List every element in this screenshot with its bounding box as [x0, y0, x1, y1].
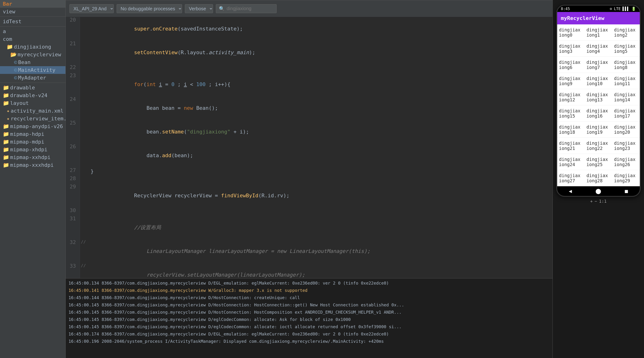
log-line-8: 16:45:00.196 2008-2046/system_process I/… — [68, 338, 551, 345]
code-line: } — [87, 167, 552, 176]
sidebar-item-mipmap-anydpi[interactable]: 📁mipmap-anydpi-v26 — [0, 122, 66, 130]
class-bean-2: Bean — [196, 105, 208, 111]
sidebar-item-activity-main-xml[interactable]: ✦activity_main.xml — [0, 107, 66, 115]
process-select[interactable]: No debuggable processes — [116, 4, 182, 13]
sidebar-item-layout[interactable]: 📁layout — [0, 99, 66, 107]
search-box[interactable]: 🔍 — [216, 4, 276, 13]
line-number: 21 — [66, 40, 80, 64]
sidebar-item-bean[interactable]: ©Bean — [0, 58, 66, 66]
folder-icon-drawable-v24: 📁 — [3, 92, 9, 98]
sidebar: Bar view idTest a com 📁dingjiaxiong 📂myr… — [0, 0, 66, 358]
sidebar-divider-3 — [0, 82, 66, 83]
sidebar-item-view[interactable]: view — [0, 8, 66, 16]
back-btn[interactable]: ◀ — [569, 188, 572, 194]
grid-item: dingjiax iong13 — [585, 89, 612, 105]
table-row: 23 for(int i = 0 ; i < 100 ; i++){ — [66, 72, 552, 96]
line-number: 30 — [66, 208, 80, 216]
home-btn[interactable]: ⬤ — [596, 188, 601, 194]
code-line — [87, 208, 552, 216]
line-number: 26 — [66, 144, 80, 167]
sidebar-item-drawable-v24[interactable]: 📁drawable-v24 — [0, 92, 66, 99]
sidebar-item-mipmap-mdpi[interactable]: 📁mipmap-mdpi — [0, 138, 66, 146]
sidebar-item-mipmap-xxhdpi[interactable]: 📁mipmap-xxhdpi — [0, 154, 66, 161]
sidebar-item-mipmap-xxxhdpi[interactable]: 📁mipmap-xxxhdpi — [0, 161, 66, 169]
line-number: 28 — [66, 176, 80, 184]
plus-icon[interactable]: + — [590, 199, 592, 204]
log-panel[interactable]: 16:45:00.134 8366-8397/com.dingjiaxiong.… — [66, 278, 552, 358]
grid-item: dingjiax iong11 — [612, 73, 640, 89]
grid-item: dingjiax iong8 — [612, 57, 640, 73]
grid-item: dingjiax iong18 — [557, 122, 585, 138]
line-gutter — [80, 40, 87, 64]
line-number: 24 — [66, 96, 80, 120]
phone-frame: 8:45 ⊙ LTE ▌▌▌ 🔋 myRecyclerView dingjiax… — [556, 5, 641, 197]
code-italic: activity_main — [208, 50, 249, 55]
grid-item: dingjiax iong1 — [585, 24, 612, 40]
grid-item: dingjiax iong27 — [557, 170, 585, 186]
sidebar-item-myadapter[interactable]: ©MyAdapter — [0, 74, 66, 82]
code-span: setContentView — [134, 50, 177, 55]
signal-label: LTE — [614, 6, 621, 11]
phone-nav-bar: ◀ ⬤ ■ — [557, 186, 640, 196]
method-setname: setName — [162, 129, 184, 135]
line-gutter — [80, 144, 87, 167]
grid-item: dingjiax iong0 — [557, 24, 585, 40]
sidebar-item-bar[interactable]: Bar — [0, 0, 66, 8]
kw-new: new — [184, 105, 193, 111]
class-bean: Bean — [146, 105, 159, 111]
search-icon: 🔍 — [219, 6, 225, 12]
sidebar-item-myrecyclerview[interactable]: 📂myrecyclerview — [0, 51, 66, 58]
code-line: bean.setName("dingjiaxiong" + i); — [87, 120, 552, 144]
grid-item: dingjiax iong24 — [557, 154, 585, 170]
java-icon-bean: © — [14, 59, 17, 65]
grid-item: dingjiax iong20 — [612, 122, 640, 138]
table-row: 25 bean.setName("dingjiaxiong" + i); — [66, 120, 552, 144]
sidebar-item-recyclerview-item-xml[interactable]: ✦recyclerview_item.xml — [0, 115, 66, 122]
folder-icon-drawable: 📁 — [3, 85, 9, 90]
scroll-controls: + − 1:1 — [590, 199, 606, 204]
line-number: 32 — [66, 239, 80, 263]
verbose-select[interactable]: Verbose — [185, 4, 213, 13]
code-line: Bean bean = new Bean(); — [87, 96, 552, 120]
num-100: 100 — [196, 82, 206, 87]
sidebar-item-mainactivity[interactable]: ©MainActivity — [0, 66, 66, 74]
line-gutter — [80, 208, 87, 216]
line-gutter — [80, 72, 87, 96]
grid-item: dingjiax iong28 — [585, 170, 612, 186]
method-add: add — [162, 152, 172, 158]
sidebar-divider — [0, 16, 66, 17]
table-row: 31 //设置布局 — [66, 216, 552, 239]
minus-icon[interactable]: − — [594, 199, 597, 204]
grid-item: dingjiax iong4 — [585, 40, 612, 57]
code-method: super — [134, 26, 150, 32]
table-row: 33 // recyclerView.setLayoutManager(line… — [66, 263, 552, 278]
recents-btn[interactable]: ■ — [625, 188, 628, 194]
sidebar-item-mipmap-hdpi[interactable]: 📁mipmap-hdpi — [0, 130, 66, 138]
sidebar-item-drawable[interactable]: 📁drawable — [0, 84, 66, 92]
grid-item: dingjiax iong12 — [557, 89, 585, 105]
xml-icon-recyclerview-item: ✦ — [6, 116, 10, 122]
search-input[interactable] — [227, 6, 274, 11]
grid-item: dingjiax iong2 — [612, 24, 640, 40]
grid-item: dingjiax iong23 — [612, 138, 640, 154]
folder-icon-mipmap-xxxhdpi: 📁 — [3, 162, 9, 168]
grid-item: dingjiax iong17 — [612, 105, 640, 122]
sidebar-item-a[interactable]: a — [0, 28, 66, 35]
sidebar-item-mipmap-xhdpi[interactable]: 📁mipmap-xhdpi — [0, 146, 66, 154]
line-gutter: // — [80, 263, 87, 278]
app-title: myRecyclerView — [561, 15, 604, 21]
sidebar-item-idtest[interactable]: idTest — [0, 18, 66, 25]
sidebar-item-dingjiaxiong[interactable]: 📁dingjiaxiong — [0, 43, 66, 51]
grid-item: dingjiax iong29 — [612, 170, 640, 186]
log-line-6: 16:45:00.145 8366-8397/com.dingjiaxiong.… — [68, 323, 551, 330]
string-val: "dingjiaxiong" — [187, 129, 230, 135]
table-row: 20 super.onCreate(savedInstanceState); — [66, 17, 552, 40]
signal-icon: ▌▌▌ — [623, 6, 630, 11]
code-line: RecyclerView recyclerView = findViewById… — [87, 184, 552, 208]
code-editor[interactable]: 20 super.onCreate(savedInstanceState); 2… — [66, 17, 552, 278]
api-select[interactable]: XL_API_29 And — [70, 4, 114, 13]
sidebar-item-com[interactable]: com — [0, 35, 66, 43]
wifi-icon: ⊙ — [610, 6, 612, 11]
grid-item: dingjiax iong22 — [585, 138, 612, 154]
log-line-warning: 16:45:00.141 8366-8397/com.dingjiaxiong.… — [68, 287, 551, 294]
